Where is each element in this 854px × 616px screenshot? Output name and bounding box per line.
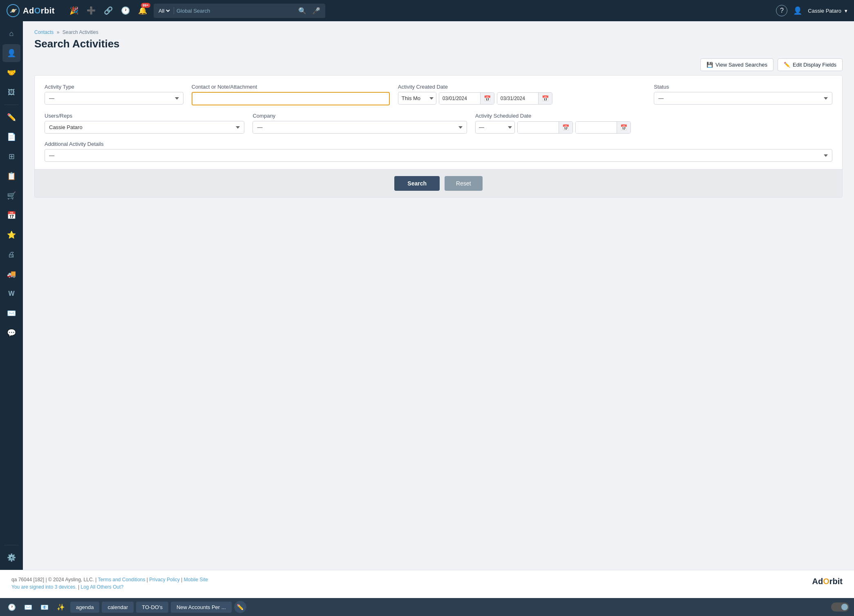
additional-details-select[interactable]: — With Attachment Without Attachment	[45, 149, 832, 162]
status-group: Status — Open Closed Pending	[654, 84, 832, 105]
activity-date-to-input[interactable]: 03/31/2024	[497, 93, 538, 104]
taskbar-tab-new-accounts[interactable]: New Accounts Per ...	[171, 602, 232, 613]
company-group: Company —	[253, 113, 467, 134]
taskbar-edit-icon[interactable]: ✏️	[234, 601, 246, 613]
sidebar-item-edit[interactable]: ✏️	[2, 108, 20, 126]
sched-date-to-calendar-btn[interactable]: 📅	[617, 122, 630, 133]
activity-scheduled-date-label: Activity Scheduled Date	[475, 113, 832, 119]
sched-date-from-input[interactable]	[518, 122, 559, 133]
activity-date-from-calendar-btn[interactable]: 📅	[480, 93, 494, 104]
sidebar-item-home[interactable]: ⌂	[2, 25, 20, 42]
user-nav-icons: ? 👤 Cassie Pataro ▾	[776, 4, 847, 17]
breadcrumb: Contacts » Search Activities	[34, 29, 843, 35]
taskbar-clock-icon[interactable]: 🕐	[5, 600, 19, 614]
footer-signed-in-link[interactable]: You are signed into 3 devices.	[11, 584, 77, 590]
search-divider	[174, 7, 174, 14]
company-label: Company	[253, 113, 467, 119]
activity-scheduled-date-group: Activity Scheduled Date — Today This Wee…	[475, 113, 832, 134]
breadcrumb-parent[interactable]: Contacts	[34, 29, 54, 35]
sched-date-to-input[interactable]	[576, 122, 617, 133]
users-reps-group: Users/Reps — Cassie Pataro All Users	[45, 113, 244, 134]
notification-badge: 99+	[141, 3, 150, 8]
top-navigation: 🪐 AdOrbit 🎉 ➕ 🔗 🕐 🔔 99+ All 🔍 🎤 ? 👤 Cass…	[0, 0, 854, 21]
notification-icon-btn[interactable]: 🔔 99+	[136, 4, 149, 17]
sched-date-from-calendar-btn[interactable]: 📅	[559, 122, 572, 133]
footer-line-1: qa 76044 [182] | © 2024 Aysling, LLC. | …	[11, 577, 843, 583]
edit-icon: ✏️	[784, 62, 790, 68]
sched-date-from-wrap: 📅	[517, 121, 573, 134]
main-content: Contacts » Search Activities Search Acti…	[23, 21, 854, 570]
users-reps-label: Users/Reps	[45, 113, 244, 119]
footer: AdOrbit qa 76044 [182] | © 2024 Aysling,…	[0, 570, 854, 598]
mic-icon-btn[interactable]: 🎤	[311, 5, 322, 16]
sidebar-item-cart[interactable]: 🛒	[2, 187, 20, 205]
footer-mobile-link[interactable]: Mobile Site	[184, 577, 208, 583]
taskbar-toggle[interactable]	[831, 603, 849, 612]
footer-line-2: You are signed into 3 devices. | Log All…	[11, 584, 843, 590]
sched-date-preset-select[interactable]: — Today This Week This Month	[475, 121, 515, 134]
activity-date-preset-select[interactable]: — Today This Week This Mo This Year Cust…	[398, 92, 436, 105]
app-body: ⌂ 👤 🤝 🖼 ✏️ 📄 ⊞ 📋 🛒 📅 ⭐ 🖨 🚚 W ✉️ 💬 ⚙️ Con…	[0, 21, 854, 570]
sidebar-item-print[interactable]: 🖨	[2, 246, 20, 263]
party-icon-btn[interactable]: 🎉	[68, 4, 80, 17]
edit-display-fields-label: Edit Display Fields	[793, 62, 836, 68]
global-search-input[interactable]	[177, 8, 294, 14]
sidebar-item-truck[interactable]: 🚚	[2, 265, 20, 283]
help-icon-btn[interactable]: ?	[776, 5, 787, 16]
footer-log-out-others-link[interactable]: Log All Others Out?	[80, 584, 123, 590]
taskbar-mail-icon[interactable]: 📧	[38, 600, 51, 614]
form-row-3: Additional Activity Details — With Attac…	[45, 141, 832, 162]
activity-date-to-calendar-btn[interactable]: 📅	[538, 93, 552, 104]
reset-button[interactable]: Reset	[445, 176, 483, 191]
sidebar: ⌂ 👤 🤝 🖼 ✏️ 📄 ⊞ 📋 🛒 📅 ⭐ 🖨 🚚 W ✉️ 💬 ⚙️	[0, 21, 23, 570]
additional-details-label: Additional Activity Details	[45, 141, 832, 147]
footer-logo: AdOrbit	[812, 577, 843, 586]
sidebar-item-settings[interactable]: ⚙️	[2, 549, 20, 567]
sidebar-item-email[interactable]: ✉️	[2, 304, 20, 322]
user-icon-btn[interactable]: 👤	[791, 4, 804, 17]
breadcrumb-separator: »	[57, 29, 60, 35]
logo-planet-icon: 🪐	[7, 4, 20, 17]
taskbar-sparkle-icon[interactable]: ✨	[54, 600, 68, 614]
taskbar-tab-calendar[interactable]: calendar	[102, 602, 134, 613]
sidebar-divider-1	[4, 105, 19, 105]
global-search-area: All 🔍 🎤	[154, 4, 325, 18]
sidebar-divider-bottom	[4, 545, 19, 545]
sidebar-item-chat[interactable]: 💬	[2, 324, 20, 342]
sidebar-item-word[interactable]: W	[2, 285, 20, 303]
company-select[interactable]: —	[253, 121, 467, 134]
sidebar-item-grid[interactable]: ⊞	[2, 147, 20, 165]
link-icon-btn[interactable]: 🔗	[102, 4, 114, 17]
footer-terms-link[interactable]: Terms and Conditions	[98, 577, 145, 583]
app-logo[interactable]: 🪐 AdOrbit	[7, 4, 55, 17]
user-dropdown-arrow[interactable]: ▾	[845, 8, 847, 14]
view-saved-searches-button[interactable]: 💾 View Saved Searches	[700, 58, 774, 71]
sidebar-item-gallery[interactable]: 🖼	[2, 83, 20, 101]
footer-copyright: qa 76044 [182] | © 2024 Aysling, LLC. |	[11, 577, 96, 583]
activity-date-from-input[interactable]: 03/01/2024	[439, 93, 480, 104]
search-button[interactable]: Search	[394, 176, 440, 191]
history-icon-btn[interactable]: 🕐	[119, 4, 132, 17]
edit-display-fields-button[interactable]: ✏️ Edit Display Fields	[778, 58, 843, 71]
search-icon-btn[interactable]: 🔍	[297, 5, 308, 16]
sidebar-item-clipboard[interactable]: 📋	[2, 167, 20, 185]
sidebar-item-calendar[interactable]: 📅	[2, 206, 20, 224]
taskbar-email-icon[interactable]: ✉️	[21, 600, 35, 614]
sidebar-item-contacts[interactable]: 👤	[2, 44, 20, 62]
taskbar-tab-agenda[interactable]: agenda	[70, 602, 99, 613]
page-toolbar: 💾 View Saved Searches ✏️ Edit Display Fi…	[34, 58, 843, 71]
activity-date-from-wrap: 03/01/2024 📅	[439, 92, 494, 105]
sidebar-item-star[interactable]: ⭐	[2, 226, 20, 244]
search-filter-select[interactable]: All	[157, 7, 171, 14]
contact-note-label: Contact or Note/Attachment	[192, 84, 390, 90]
users-reps-select[interactable]: — Cassie Pataro All Users	[45, 121, 244, 134]
footer-privacy-link[interactable]: Privacy Policy	[149, 577, 180, 583]
activity-type-select[interactable]: — Call Email Meeting Note Task	[45, 92, 183, 105]
sidebar-item-documents[interactable]: 📄	[2, 128, 20, 146]
status-select[interactable]: — Open Closed Pending	[654, 92, 832, 105]
add-icon-btn[interactable]: ➕	[85, 4, 97, 17]
sidebar-item-deals[interactable]: 🤝	[2, 64, 20, 82]
taskbar-tab-todos[interactable]: TO-DO's	[136, 602, 168, 613]
bottom-taskbar: 🕐 ✉️ 📧 ✨ agenda calendar TO-DO's New Acc…	[0, 598, 854, 616]
contact-note-input[interactable]	[192, 92, 390, 105]
